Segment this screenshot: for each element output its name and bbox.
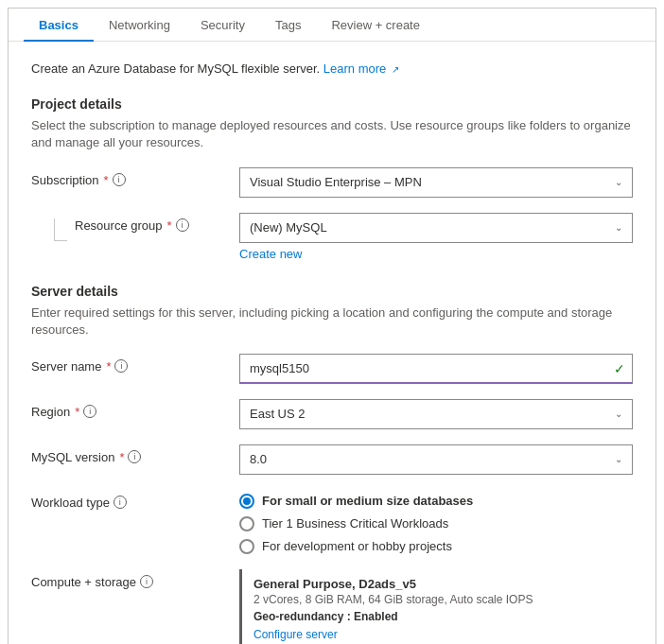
project-details-title: Project details [31,96,633,112]
server-name-required: * [106,359,111,374]
region-required: * [75,405,79,419]
subscription-dropdown[interactable]: Visual Studio Enterprise – MPN ⌄ [239,167,633,198]
content-area: Create an Azure Database for MySQL flexi… [9,42,655,644]
tab-review-create[interactable]: Review + create [316,9,435,42]
workload-label-small-medium: For small or medium size databases [262,494,473,508]
compute-storage-box: General Purpose, D2ads_v5 2 vCores, 8 Gi… [239,569,633,644]
subscription-label: Subscription * i [31,167,239,187]
resource-group-field: (New) MySQL ⌄ Create new [239,213,633,261]
workload-option-small-medium[interactable]: For small or medium size databases [239,494,633,509]
server-details-section: Server details Enter required settings f… [31,284,633,644]
tab-bar: Basics Networking Security Tags Review +… [9,9,655,42]
server-name-input[interactable] [239,354,633,384]
region-info-icon[interactable]: i [83,405,96,418]
region-chevron-icon: ⌄ [615,409,622,419]
compute-storage-row: Compute + storage i General Purpose, D2a… [31,569,633,644]
server-name-input-wrapper: ✓ [239,354,633,384]
server-name-check-icon: ✓ [614,361,625,376]
mysql-version-dropdown[interactable]: 8.0 ⌄ [239,444,633,475]
compute-storage-detail: 2 vCores, 8 GiB RAM, 64 GiB storage, Aut… [253,593,621,606]
resource-group-row: Resource group * i (New) MySQL ⌄ Create … [31,213,633,261]
main-container: Basics Networking Security Tags Review +… [8,8,656,644]
server-name-row: Server name * i ✓ [31,354,633,384]
server-name-control: ✓ [239,354,633,384]
compute-storage-control: General Purpose, D2ads_v5 2 vCores, 8 Gi… [239,569,633,644]
workload-radio-dev-hobby[interactable] [239,539,254,554]
configure-server-link[interactable]: Configure server [253,628,338,641]
tab-tags[interactable]: Tags [260,9,316,42]
workload-type-radio-group: For small or medium size databases Tier … [239,490,633,554]
resource-group-label: Resource group * i [75,213,239,233]
tab-networking[interactable]: Networking [94,9,185,42]
region-control: East US 2 ⌄ [239,399,633,429]
region-row: Region * i East US 2 ⌄ [31,399,633,429]
subscription-info-icon[interactable]: i [113,173,126,186]
subscription-control: Visual Studio Enterprise – MPN ⌄ [239,167,633,198]
project-details-section: Project details Select the subscription … [31,96,633,260]
resource-group-required: * [167,218,172,233]
project-details-description: Select the subscription to manage deploy… [31,117,633,151]
region-label: Region * i [31,399,239,419]
workload-type-label: Workload type i [31,490,239,510]
mysql-version-row: MySQL version * i 8.0 ⌄ [31,444,633,475]
server-details-description: Enter required settings for this server,… [31,305,633,339]
workload-radio-small-medium[interactable] [239,494,254,509]
workload-option-tier1[interactable]: Tier 1 Business Critical Workloads [239,516,633,531]
external-link-icon: ↗ [392,64,399,75]
mysql-version-chevron-icon: ⌄ [615,454,622,464]
region-dropdown[interactable]: East US 2 ⌄ [239,399,633,429]
compute-storage-geo: Geo-redundancy : Enabled [253,610,621,623]
resource-group-dropdown[interactable]: (New) MySQL ⌄ [239,213,633,243]
tab-basics[interactable]: Basics [24,9,94,42]
learn-more-link[interactable]: Learn more ↗ [323,61,399,76]
server-name-info-icon[interactable]: i [114,359,128,373]
subscription-row: Subscription * i Visual Studio Enterpris… [31,167,633,198]
server-name-label: Server name * i [31,354,239,374]
compute-storage-info-icon[interactable]: i [140,575,153,588]
server-details-title: Server details [31,284,633,299]
compute-storage-label: Compute + storage i [31,569,239,589]
workload-option-dev-hobby[interactable]: For development or hobby projects [239,539,633,554]
subscription-chevron-icon: ⌄ [615,177,622,187]
resource-group-content: Resource group * i (New) MySQL ⌄ Create … [75,213,633,261]
workload-radio-tier1[interactable] [239,516,254,531]
workload-label-dev-hobby: For development or hobby projects [262,539,452,553]
workload-type-control: For small or medium size databases Tier … [239,490,633,554]
create-new-link[interactable]: Create new [239,247,633,261]
indent-line [54,218,67,241]
tab-security[interactable]: Security [185,9,260,42]
mysql-version-info-icon[interactable]: i [128,450,141,463]
mysql-version-label: MySQL version * i [31,444,239,464]
workload-label-tier1: Tier 1 Business Critical Workloads [262,516,448,531]
resource-group-info-icon[interactable]: i [176,218,189,232]
page-description: Create an Azure Database for MySQL flexi… [31,61,633,78]
resource-group-chevron-icon: ⌄ [615,222,622,233]
workload-type-info-icon[interactable]: i [114,496,127,509]
compute-storage-title: General Purpose, D2ads_v5 [253,577,621,591]
workload-type-row: Workload type i For small or medium size… [31,490,633,554]
mysql-version-control: 8.0 ⌄ [239,444,633,475]
subscription-required: * [104,173,109,187]
mysql-version-required: * [119,450,124,464]
